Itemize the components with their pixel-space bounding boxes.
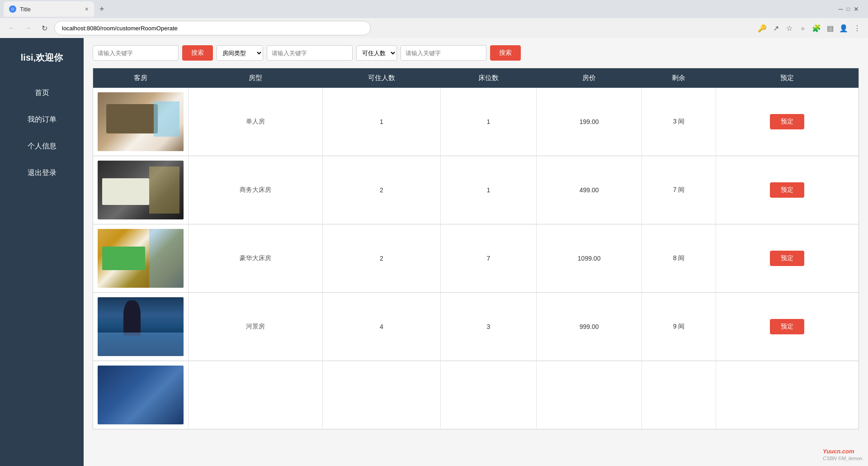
col-header-book: 预定 <box>716 68 859 88</box>
room-remaining-cell: 7 间 <box>642 156 716 224</box>
room-price-cell: 1099.00 <box>536 224 642 293</box>
col-header-remaining: 剩余 <box>642 68 716 88</box>
sidebar-welcome: lisi,欢迎你 <box>21 52 63 64</box>
table-row: 商务大床房21499.007 间预定 <box>93 156 859 224</box>
room-image <box>98 229 184 288</box>
extensions-icon[interactable]: 🧩 <box>811 23 822 33</box>
minimize-icon[interactable]: ─ <box>839 5 843 13</box>
sidebar-nav: 首页 我的订单 个人信息 退出登录 <box>0 86 84 180</box>
page-container: lisi,欢迎你 首页 我的订单 个人信息 退出登录 搜索 房间类型 单人房 商… <box>0 38 868 466</box>
browser-actions: 🔑 ↗ ☆ ⬦ 🧩 ▤ 👤 ⋮ <box>757 23 863 33</box>
room-capacity-cell <box>322 361 440 429</box>
filter-icon[interactable]: ⬦ <box>797 23 808 33</box>
room-capacity-cell: 2 <box>322 224 440 293</box>
room-image-cell <box>93 88 189 156</box>
room-price-cell: 199.00 <box>536 88 642 156</box>
sidebar: lisi,欢迎你 首页 我的订单 个人信息 退出登录 <box>0 38 84 466</box>
room-beds-cell: 7 <box>440 224 536 293</box>
book-button[interactable]: 预定 <box>770 182 804 198</box>
search-bar: 搜索 房间类型 单人房 商务大床房 豪华大床房 河景房 可住人数 1 2 3 4… <box>93 45 859 61</box>
table-row <box>93 361 859 429</box>
room-type-cell <box>189 361 323 429</box>
password-icon[interactable]: 🔑 <box>757 23 768 33</box>
room-price-cell: 499.00 <box>536 156 642 224</box>
sidebar-item-logout[interactable]: 退出登录 <box>28 166 57 180</box>
active-tab[interactable]: ⊙ Title × <box>4 1 94 17</box>
room-image <box>98 161 184 219</box>
room-image <box>98 92 184 151</box>
room-image <box>98 366 184 424</box>
back-button[interactable]: ← <box>5 22 18 34</box>
sidebar-item-home[interactable]: 首页 <box>35 86 49 100</box>
room-book-cell: 预定 <box>716 293 859 361</box>
room-image <box>98 297 184 356</box>
tab-bar: ⊙ Title × + ─ □ ✕ <box>0 0 868 18</box>
room-remaining-cell: 8 间 <box>642 224 716 293</box>
room-price-cell <box>536 361 642 429</box>
keyword-input-1[interactable] <box>93 45 179 61</box>
tab-close-icon[interactable]: × <box>85 5 89 13</box>
room-book-cell: 预定 <box>716 88 859 156</box>
room-remaining-cell <box>642 361 716 429</box>
sidebar-item-orders[interactable]: 我的订单 <box>28 113 57 126</box>
table-header-row: 客房 房型 可住人数 床位数 房价 剩余 预定 <box>93 68 859 88</box>
forward-button[interactable]: → <box>22 22 34 34</box>
book-button[interactable]: 预定 <box>770 319 804 334</box>
menu-icon[interactable]: ⋮ <box>852 23 863 33</box>
room-beds-cell <box>440 361 536 429</box>
room-book-cell: 预定 <box>716 224 859 293</box>
reload-button[interactable]: ↻ <box>38 22 51 34</box>
book-button[interactable]: 预定 <box>770 114 804 129</box>
room-image-cell <box>93 156 189 224</box>
room-capacity-cell: 1 <box>322 88 440 156</box>
room-type-cell: 单人房 <box>189 88 323 156</box>
watermark-text: Yuucn.com <box>823 448 854 455</box>
book-button[interactable]: 预定 <box>770 251 804 266</box>
room-image-cell <box>93 224 189 293</box>
address-bar[interactable] <box>54 21 371 35</box>
address-bar-row: ← → ↻ 🔑 ↗ ☆ ⬦ 🧩 ▤ 👤 ⋮ <box>0 18 868 38</box>
new-tab-button[interactable]: + <box>96 5 108 14</box>
room-beds-cell: 1 <box>440 88 536 156</box>
maximize-icon[interactable]: □ <box>847 6 850 12</box>
close-window-icon[interactable]: ✕ <box>854 5 859 13</box>
room-beds-cell: 3 <box>440 293 536 361</box>
search-button-1[interactable]: 搜索 <box>182 45 213 61</box>
room-type-cell: 豪华大床房 <box>189 224 323 293</box>
keyword-input-2[interactable] <box>267 45 353 61</box>
room-image-cell <box>93 361 189 429</box>
keyword-input-3[interactable] <box>401 45 486 61</box>
room-book-cell <box>716 361 859 429</box>
room-type-cell: 河景房 <box>189 293 323 361</box>
col-header-capacity: 可住人数 <box>322 68 440 88</box>
tab-title: Title <box>20 6 81 13</box>
search-button-2[interactable]: 搜索 <box>490 45 521 61</box>
sidebar-item-profile[interactable]: 个人信息 <box>28 140 57 153</box>
room-type-cell: 商务大床房 <box>189 156 323 224</box>
room-book-cell: 预定 <box>716 156 859 224</box>
room-table: 客房 房型 可住人数 床位数 房价 剩余 预定 单人房11199.003 间预定… <box>93 68 859 429</box>
capacity-select[interactable]: 可住人数 1 2 3 4 <box>356 45 397 61</box>
sidebar-toggle-icon[interactable]: ▤ <box>825 23 835 33</box>
browser-chrome: ⊙ Title × + ─ □ ✕ ← → ↻ 🔑 ↗ ☆ ⬦ 🧩 ▤ 👤 ⋮ <box>0 0 868 38</box>
watermark-sub: CSBN ©M_lemon. <box>823 456 863 461</box>
room-capacity-cell: 4 <box>322 293 440 361</box>
share-icon[interactable]: ↗ <box>770 23 781 33</box>
room-remaining-cell: 9 间 <box>642 293 716 361</box>
watermark: Yuucn.com CSBN ©M_lemon. <box>823 448 863 461</box>
col-header-room: 客房 <box>93 68 189 88</box>
room-type-select[interactable]: 房间类型 单人房 商务大床房 豪华大床房 河景房 <box>217 45 263 61</box>
profile-icon[interactable]: 👤 <box>838 23 849 33</box>
bookmark-icon[interactable]: ☆ <box>784 23 795 33</box>
room-capacity-cell: 2 <box>322 156 440 224</box>
tab-favicon: ⊙ <box>9 5 16 13</box>
col-header-type: 房型 <box>189 68 323 88</box>
col-header-beds: 床位数 <box>440 68 536 88</box>
room-image-cell <box>93 293 189 361</box>
table-row: 豪华大床房271099.008 间预定 <box>93 224 859 293</box>
col-header-price: 房价 <box>536 68 642 88</box>
table-row: 单人房11199.003 间预定 <box>93 88 859 156</box>
room-price-cell: 999.00 <box>536 293 642 361</box>
room-beds-cell: 1 <box>440 156 536 224</box>
main-content: 搜索 房间类型 单人房 商务大床房 豪华大床房 河景房 可住人数 1 2 3 4… <box>84 38 868 466</box>
